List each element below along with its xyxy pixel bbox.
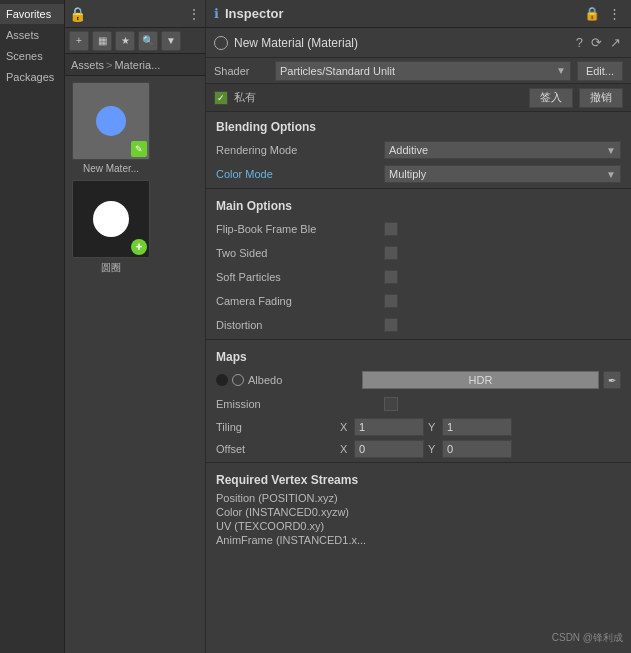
more-options-icon[interactable]: ⋮ [187, 6, 201, 22]
albedo-dot-black [216, 374, 228, 386]
emission-row: Emission [206, 392, 631, 416]
add-badge-1: + [131, 239, 147, 255]
offset-y-value: 0 [447, 443, 453, 455]
offset-x-value: 0 [359, 443, 365, 455]
material-name: New Material (Material) [234, 36, 568, 50]
emission-box[interactable] [384, 397, 398, 411]
open-icon[interactable]: ↗ [608, 35, 623, 50]
group-btn[interactable]: ▦ [92, 31, 112, 51]
rendering-mode-row: Rendering Mode Additive ▼ [206, 138, 631, 162]
color-mode-label[interactable]: Color Mode [216, 168, 376, 180]
soft-particles-checkbox[interactable] [384, 270, 398, 284]
material-icons: ? ⟳ ↗ [574, 35, 623, 50]
main-section-header: Main Options [206, 191, 631, 217]
private-label: 私有 [234, 90, 523, 105]
lock-header-icon[interactable]: 🔒 [582, 6, 602, 21]
distortion-row: Distortion [206, 313, 631, 337]
two-sided-label: Two Sided [216, 247, 376, 259]
camera-fading-row: Camera Fading [206, 289, 631, 313]
two-sided-checkbox[interactable] [384, 246, 398, 260]
asset-item-1[interactable]: + 圆圈 [71, 180, 151, 275]
breadcrumb: Assets > Materia... [65, 54, 205, 76]
vertex-item-3: AnimFrame (INSTANCED1.x... [216, 533, 621, 547]
star-btn[interactable]: ★ [115, 31, 135, 51]
asset-thumb-0: ✎ [72, 82, 150, 160]
sidebar-item-packages[interactable]: Packages [0, 67, 64, 87]
sidebar-item-scenes[interactable]: Scenes [0, 46, 64, 66]
asset-label-1: 圆圈 [72, 261, 150, 275]
offset-y-field[interactable]: 0 [442, 440, 512, 458]
flipbook-label: Flip-Book Frame Ble [216, 223, 376, 235]
tiling-y-field[interactable]: 1 [442, 418, 512, 436]
eyedropper-btn[interactable]: ✒ [603, 371, 621, 389]
shader-edit-btn[interactable]: Edit... [577, 61, 623, 81]
breadcrumb-current[interactable]: Materia... [114, 59, 160, 71]
info-icon: ℹ [214, 6, 219, 21]
tiling-label: Tiling [216, 421, 336, 433]
distortion-label: Distortion [216, 319, 376, 331]
vertex-item-1: Color (INSTANCED0.xyzw) [216, 505, 621, 519]
offset-x-label: X [340, 443, 350, 455]
rendering-mode-label: Rendering Mode [216, 144, 376, 156]
divider-3 [206, 462, 631, 463]
flipbook-checkbox[interactable] [384, 222, 398, 236]
sidebar-item-favorites[interactable]: Favorites [0, 4, 64, 24]
offset-row: Offset X 0 Y 0 [206, 438, 631, 460]
tiling-x-field[interactable]: 1 [354, 418, 424, 436]
menu-header-icon[interactable]: ⋮ [606, 6, 623, 21]
rendering-mode-dropdown[interactable]: Additive ▼ [384, 141, 621, 159]
asset-thumb-1: + [72, 180, 150, 258]
rendering-mode-value: Additive [389, 144, 428, 156]
vertex-streams-section: Required Vertex Streams Position (POSITI… [206, 465, 631, 551]
search-btn[interactable]: 🔍 [138, 31, 158, 51]
private-checkbox[interactable]: ✓ [214, 91, 228, 105]
sign-btn[interactable]: 签入 [529, 88, 573, 108]
left-nav: Favorites Assets Scenes Packages [0, 0, 65, 653]
shader-dropdown-arrow: ▼ [556, 65, 566, 76]
edit-badge-0: ✎ [131, 141, 147, 157]
tiling-x-value: 1 [359, 421, 365, 433]
tiling-row: Tiling X 1 Y 1 [206, 416, 631, 438]
breadcrumb-separator: > [106, 59, 112, 71]
vertex-item-0: Position (POSITION.xyz) [216, 491, 621, 505]
camera-fading-checkbox[interactable] [384, 294, 398, 308]
offset-label: Offset [216, 443, 336, 455]
revert-btn[interactable]: 撤销 [579, 88, 623, 108]
divider-2 [206, 339, 631, 340]
shader-row: Shader Particles/Standard Unlit ▼ Edit..… [206, 58, 631, 84]
filter-btn[interactable]: ▼ [161, 31, 181, 51]
create-btn[interactable]: + [69, 31, 89, 51]
two-sided-row: Two Sided [206, 241, 631, 265]
shader-value: Particles/Standard Unlit [280, 65, 395, 77]
shader-dropdown[interactable]: Particles/Standard Unlit ▼ [275, 61, 571, 81]
tiling-y-value: 1 [447, 421, 453, 433]
toolbar-row: + ▦ ★ 🔍 ▼ [65, 28, 205, 54]
asset-item-0[interactable]: ✎ New Mater... [71, 82, 151, 174]
emission-label: Emission [216, 398, 376, 410]
color-mode-dropdown[interactable]: Multiply ▼ [384, 165, 621, 183]
vertex-item-2: UV (TEXCOORD0.xy) [216, 519, 621, 533]
inspector-body: Blending Options Rendering Mode Additive… [206, 112, 631, 653]
inspector-header: ℹ Inspector 🔒 ⋮ [206, 0, 631, 28]
inspector-header-icons: 🔒 ⋮ [582, 6, 623, 21]
color-mode-value: Multiply [389, 168, 426, 180]
sidebar-item-assets[interactable]: Assets [0, 25, 64, 45]
soft-particles-label: Soft Particles [216, 271, 376, 283]
lock-icon[interactable]: 🔒 [69, 6, 86, 22]
offset-x-field[interactable]: 0 [354, 440, 424, 458]
help-icon[interactable]: ? [574, 35, 585, 50]
material-dot [214, 36, 228, 50]
asset-preview-circle-1 [93, 201, 129, 237]
refresh-icon[interactable]: ⟳ [589, 35, 604, 50]
hdr-field[interactable]: HDR [362, 371, 599, 389]
blending-section-header: Blending Options [206, 112, 631, 138]
left-panel: Favorites Assets Scenes Packages 🔒 ⋮ + ▦… [0, 0, 205, 653]
hdr-value: HDR [469, 374, 493, 386]
asset-preview-circle-0 [96, 106, 126, 136]
breadcrumb-root[interactable]: Assets [71, 59, 104, 71]
distortion-checkbox[interactable] [384, 318, 398, 332]
vertex-streams-header: Required Vertex Streams [216, 473, 621, 487]
rendering-mode-arrow: ▼ [606, 145, 616, 156]
soft-particles-row: Soft Particles [206, 265, 631, 289]
color-mode-arrow: ▼ [606, 169, 616, 180]
